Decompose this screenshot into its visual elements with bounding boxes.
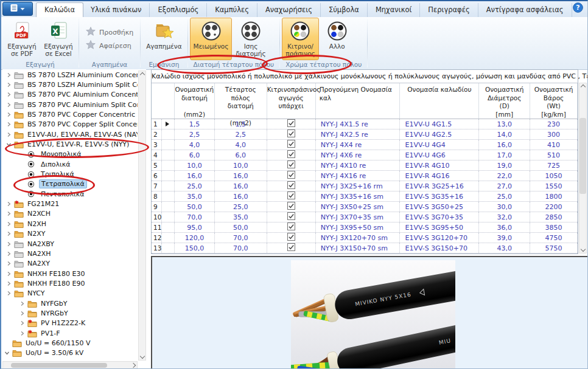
tab-5[interactable]: Σύμβολα [321,3,368,17]
table-row[interactable]: 835,016,0NYY-J 3X35+16 smE1VV-S 3G35+162… [152,191,578,202]
table-row[interactable]: 12120,070,0NYY-J 3X120+70 smE1VV-S 3G120… [152,233,578,243]
tab-8[interactable]: Αντίγραφα ασφάλειας [478,3,572,17]
tab-4[interactable]: Αναχωρήσεις [257,3,321,17]
tree-item-14[interactable]: N2XCH [2,209,138,219]
chevron-right-icon[interactable] [6,82,14,88]
checkbox-checked-icon[interactable] [287,129,295,139]
ribbon-button-0-0[interactable]: PDFΕξαγωγήσε PDF [4,18,40,60]
column-header-previous-name[interactable]: Προγούμενη Ονομασία καλ [316,83,401,119]
checkbox-checked-icon[interactable] [287,140,295,150]
tree-item-8[interactable]: Μονοπολικά [2,150,138,159]
tree-item-27[interactable]: Uo/U = 660/1150 V [2,338,138,348]
tree-item-15[interactable]: N2XH [2,219,138,229]
column-header-yellowgreen-exists[interactable]: Κιτρινοπράσινοςαγωγός υπάρχει [267,83,316,119]
tree-item-13[interactable]: FG21M21 [2,199,138,209]
tree-item-5[interactable]: BS 7870 PVC Copper Split Concentri [2,120,138,129]
chevron-right-icon[interactable] [6,261,14,266]
tree-item-1[interactable]: BS 7870 LSZH Aluminium Split Conc [2,80,138,89]
ribbon-button-0-1[interactable]: XΕξαγωγήσε Excel [40,18,77,60]
table-row[interactable]: 34,04,0NYY-J 4X4 reE1VV-U 4G416,0410 [152,140,578,150]
checkbox-checked-icon[interactable] [287,171,295,181]
ribbon-button-3-1[interactable]: Ισηςδιατομής [232,18,269,60]
scroll-up-icon[interactable] [139,72,144,77]
table-row[interactable]: 1070,035,0NYY-J 3X70+35 smE1VV-S 3G70+35… [152,212,578,222]
tree-vertical-scrollbar[interactable] [138,71,146,360]
checkbox-checked-icon[interactable] [287,150,295,160]
checkbox-checked-icon[interactable] [287,160,295,170]
tree-item-20[interactable]: NHXH FE180 E30 [2,269,138,278]
table-row[interactable]: 13150,070,0NYY-J 3X150+70 smE1VV-S 3G150… [152,243,578,253]
chevron-down-icon[interactable] [6,142,14,147]
chevron-right-icon[interactable] [6,281,14,286]
chevron-right-icon[interactable] [19,311,27,316]
tree-item-0[interactable]: BS 7870 LSZH Aluminium Concentri [2,70,138,80]
tree-item-19[interactable]: NA2XY [2,259,138,269]
tree-item-12[interactable]: Πενταπολικά [2,189,138,199]
chevron-right-icon[interactable] [6,271,14,277]
chevron-right-icon[interactable] [6,72,14,78]
tree-item-26[interactable]: PV1-F [2,328,138,338]
chevron-right-icon[interactable] [6,251,14,257]
checkbox-checked-icon[interactable] [287,181,295,191]
tab-7[interactable]: Περιγραφές [420,3,478,17]
column-header-fourth-pole-section[interactable]: Τέταρτος πόλοςδιατομή (mm2) [215,83,267,119]
tree-item-16[interactable]: N2XY [2,229,138,239]
checkbox-checked-icon[interactable] [287,233,295,243]
table-row[interactable]: 725,016,0NYY-J 3X25+16 rmE1VV-R 3G25+162… [152,181,578,191]
checkbox-checked-icon[interactable] [287,191,295,201]
chevron-down-icon[interactable] [4,350,12,356]
checkbox-checked-icon[interactable] [287,202,295,212]
table-row[interactable]: 11,51,5NYY-J 4X1.5 reE1VV-U 4G1.513,0230 [152,119,578,129]
checkbox-checked-icon[interactable] [287,212,295,222]
scrollbar-thumb[interactable] [579,118,586,194]
tree-item-28[interactable]: Uo/U = 3.50/6 kV [2,348,138,358]
column-header-nominal-diameter[interactable]: ΟνομαστικήΔιάμετρος(D)[mm] [479,83,530,119]
chevron-right-icon[interactable] [19,331,27,336]
chevron-right-icon[interactable] [6,221,14,227]
ribbon-button-4-0[interactable]: Κιτρινο/πράσινος [282,18,319,60]
chevron-right-icon[interactable] [6,201,14,207]
tree-item-7[interactable]: E1VV-U, E1VV-R, E1VV-S (NYY) [2,139,138,149]
tree-horizontal-scrollbar[interactable] [2,361,138,369]
tab-2[interactable]: Εξοπλισμός [150,3,207,17]
scroll-right-icon[interactable] [131,363,136,368]
tree-item-25[interactable]: PV H1Z2Z2-K [2,319,138,328]
column-header-nominal-section[interactable]: Ονομαστικήδιατομή (mm2) [175,83,215,119]
chevron-right-icon[interactable] [6,92,14,97]
tree-item-21[interactable]: NHXH FE180 E90 [2,278,138,288]
tab-3[interactable]: Καμπύλες [207,3,257,17]
chevron-right-icon[interactable] [6,231,14,236]
application-menu-button[interactable] [2,2,33,16]
tree-item-4[interactable]: BS 7870 PVC Copper Concentric [2,109,138,119]
checkbox-checked-icon[interactable] [287,243,295,253]
tree-item-6[interactable]: E1VV-AU, E1VV-AR, E1VV-AS (NAY [2,129,138,139]
ribbon-button-4-1[interactable]: Αλλο [319,18,355,60]
chevron-right-icon[interactable] [6,211,14,216]
tree-item-11[interactable]: Τετραπολικά [2,179,138,189]
ribbon-button-1-0[interactable]: Προσθήκη [81,27,138,38]
tree-item-24[interactable]: NYRGbY [2,308,138,318]
chevron-right-icon[interactable] [6,291,14,296]
chevron-right-icon[interactable] [6,241,14,247]
column-header-cable-name[interactable]: Ονομασία καλωδίου [400,83,479,119]
scroll-up-icon[interactable] [580,84,585,89]
table-row[interactable]: 510,010,0NYY-J 4X10 reE1VV-R 4G1019,0725 [152,160,578,171]
ribbon-button-2-0[interactable]: Αγαπημένα [142,18,185,60]
tab-0[interactable]: Καλώδια [36,2,83,17]
tree-item-10[interactable]: Τριπολικά [2,169,138,179]
scroll-down-icon[interactable] [139,354,144,359]
tree-item-17[interactable]: NA2XBY [2,239,138,249]
tree-item-18[interactable]: NA2XH [2,249,138,258]
chevron-right-icon[interactable] [6,122,14,127]
table-row[interactable]: 22,52,5NYY-J 4X2.5 reE1VV-U 4G2.514,0300 [152,129,578,140]
tree-item-9[interactable]: Διπολικά [2,159,138,169]
checkbox-checked-icon[interactable] [287,222,295,232]
tree-item-2[interactable]: BS 7870 PVC Aluminium Concentric [2,90,138,100]
scroll-down-icon[interactable] [580,247,585,252]
table-row[interactable]: 1195,050,0NYY-J 3X95+50 smE1VV-S 3G95+50… [152,222,578,233]
chevron-right-icon[interactable] [19,320,27,326]
column-header-nominal-weight[interactable]: ΟνομαστικήΒάρος(Wt)[kg/km] [530,83,578,119]
table-row[interactable]: 46,06,0NYY-J 4X6 reE1VV-U 4G617,0510 [152,150,578,160]
chevron-right-icon[interactable] [6,132,14,137]
tree-item-23[interactable]: NYFGbY [2,298,138,308]
